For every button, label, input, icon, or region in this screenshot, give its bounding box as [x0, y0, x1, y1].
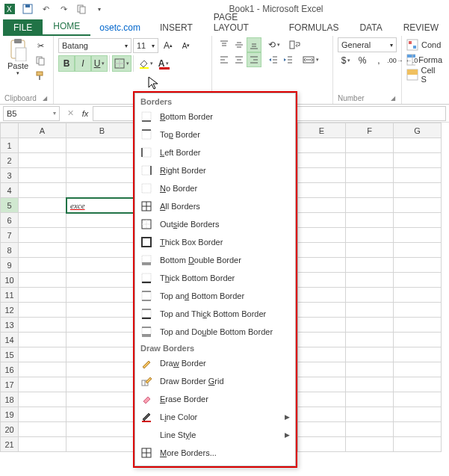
save-icon[interactable]	[21, 2, 34, 16]
menu-bottom-double-border[interactable]: Bottom Double Border	[134, 251, 296, 269]
menu-top-bottom-border[interactable]: Top and Bottom Border	[134, 287, 296, 305]
menu-thick-box-border[interactable]: Thick Box Border	[134, 233, 296, 251]
qat-customize-icon[interactable]: ▾	[93, 2, 106, 16]
cut-icon[interactable]: ✂	[33, 39, 48, 52]
name-box[interactable]: B5▾	[3, 106, 60, 121]
cancel-formula-icon[interactable]: ✕	[63, 106, 78, 121]
col-header[interactable]: G	[394, 123, 442, 138]
row-header[interactable]: 15	[1, 347, 19, 362]
menu-erase-border[interactable]: Erase Border	[134, 390, 296, 408]
underline-button[interactable]: U▾	[91, 55, 108, 72]
increase-font-icon[interactable]: A▴	[160, 37, 176, 54]
menu-top-border[interactable]: Top Border	[134, 126, 296, 143]
row-header[interactable]: 20	[1, 422, 19, 437]
tab-data[interactable]: DATA	[349, 19, 392, 36]
row-header[interactable]: 18	[1, 392, 19, 407]
decrease-decimal-icon[interactable]: ←.0	[403, 52, 420, 69]
menu-no-border[interactable]: No Border	[134, 179, 296, 197]
col-header[interactable]: F	[346, 123, 394, 138]
tab-review[interactable]: REVIEW	[393, 19, 449, 36]
borders-button[interactable]: ▾	[112, 55, 131, 72]
align-top-icon[interactable]	[217, 37, 232, 52]
svg-rect-5	[80, 7, 85, 13]
decrease-font-icon[interactable]: A▾	[178, 37, 194, 54]
comma-icon[interactable]: ,	[371, 52, 387, 69]
align-center-icon[interactable]	[232, 52, 247, 67]
menu-left-border[interactable]: Left Border	[134, 143, 296, 161]
align-right-icon[interactable]	[247, 52, 261, 67]
decrease-indent-icon[interactable]	[266, 52, 281, 67]
currency-icon[interactable]: $▾	[338, 52, 354, 69]
row-header[interactable]: 14	[1, 333, 19, 347]
row-header[interactable]: 10	[1, 273, 19, 288]
copy-icon[interactable]	[75, 2, 88, 16]
tab-page-layout[interactable]: PAGE LAYOUT	[203, 9, 279, 36]
row-header[interactable]: 3	[1, 168, 19, 183]
conditional-formatting-button[interactable]: Cond	[406, 37, 442, 52]
insert-function-icon[interactable]: fx	[78, 106, 93, 121]
menu-draw-border-grid[interactable]: Draw Border Grid	[134, 372, 296, 390]
row-header[interactable]: 5	[1, 198, 19, 213]
tab-formulas[interactable]: FORMULAS	[279, 19, 350, 36]
tab-osetc-link[interactable]: osetc.com	[90, 19, 149, 36]
align-bottom-icon[interactable]	[247, 37, 261, 52]
row-header[interactable]: 8	[1, 243, 19, 258]
number-format-select[interactable]: General▾	[338, 37, 397, 52]
row-header[interactable]: 13	[1, 318, 19, 333]
copy-button-icon[interactable]	[33, 54, 48, 67]
row-header[interactable]: 9	[1, 258, 19, 273]
tab-home[interactable]: HOME	[43, 18, 90, 36]
row-header[interactable]: 7	[1, 228, 19, 243]
menu-top-double-bottom-border[interactable]: Top and Double Bottom Border	[134, 323, 296, 341]
percent-icon[interactable]: %	[354, 52, 371, 69]
orientation-icon[interactable]: ⟲▾	[266, 37, 282, 52]
cell-b5[interactable]: exce	[66, 198, 138, 213]
bold-button[interactable]: B	[58, 55, 75, 72]
menu-draw-border[interactable]: Draw Border	[134, 354, 296, 372]
cell-styles-button[interactable]: Cell S	[406, 67, 442, 82]
row-header[interactable]: 21	[1, 437, 19, 452]
align-left-icon[interactable]	[217, 52, 232, 67]
menu-more-borders[interactable]: More Borders...	[134, 444, 296, 452]
menu-thick-bottom-border[interactable]: Thick Bottom Border	[134, 269, 296, 287]
italic-button[interactable]: I	[75, 55, 91, 72]
clipboard-launcher-icon[interactable]: ◢	[41, 95, 49, 102]
menu-line-color[interactable]: Line Color▶	[134, 408, 296, 426]
increase-indent-icon[interactable]	[281, 52, 296, 67]
align-middle-icon[interactable]	[232, 37, 247, 52]
paste-button[interactable]: Paste ▾	[4, 37, 31, 82]
tab-insert[interactable]: INSERT	[149, 19, 203, 36]
row-header[interactable]: 19	[1, 407, 19, 422]
menu-right-border[interactable]: Right Border	[134, 161, 296, 179]
row-header[interactable]: 6	[1, 213, 19, 228]
wrap-text-icon[interactable]	[287, 37, 303, 52]
row-header[interactable]: 17	[1, 377, 19, 392]
menu-outside-borders[interactable]: Outside Borders	[134, 215, 296, 233]
row-header[interactable]: 4	[1, 183, 19, 198]
format-painter-icon[interactable]	[33, 69, 48, 82]
select-all-corner[interactable]	[1, 123, 19, 138]
menu-bottom-border[interactable]: Bottom Border	[134, 108, 296, 126]
row-header[interactable]: 11	[1, 288, 19, 303]
col-header[interactable]: E	[298, 123, 346, 138]
menu-line-style[interactable]: Line Style▶	[134, 426, 296, 444]
tab-file[interactable]: FILE	[3, 19, 43, 36]
row-header[interactable]: 12	[1, 303, 19, 318]
redo-icon[interactable]: ↷	[57, 2, 70, 16]
menu-top-thick-bottom-border[interactable]: Top and Thick Bottom Border	[134, 305, 296, 323]
font-name-select[interactable]: Batang▾	[58, 38, 131, 53]
col-header[interactable]: B	[66, 123, 138, 138]
undo-icon[interactable]: ↶	[39, 2, 52, 16]
top-thick-bottom-border-icon	[140, 308, 152, 320]
col-header[interactable]: A	[19, 123, 66, 138]
menu-all-borders[interactable]: All Borders	[134, 197, 296, 215]
number-launcher-icon[interactable]: ◢	[389, 95, 397, 102]
merge-center-icon[interactable]: ▾	[300, 52, 321, 67]
increase-decimal-icon[interactable]: .00→	[387, 52, 403, 69]
row-header[interactable]: 2	[1, 153, 19, 168]
row-header[interactable]: 16	[1, 362, 19, 377]
fill-color-button[interactable]: ▾	[136, 55, 155, 72]
font-size-select[interactable]: 11▾	[133, 38, 158, 53]
font-color-button[interactable]: A▾	[155, 55, 172, 72]
row-header[interactable]: 1	[1, 138, 19, 153]
